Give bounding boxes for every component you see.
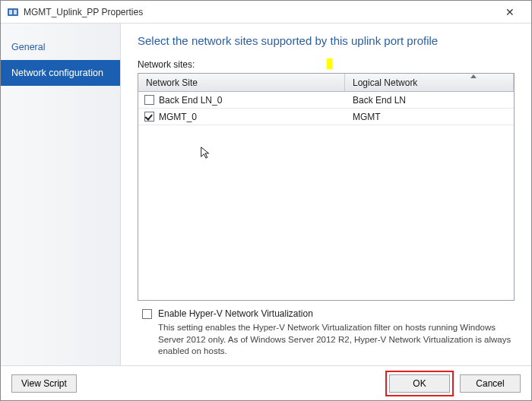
window-title: MGMT_Uplink_PP Properties (24, 7, 495, 17)
network-sites-label: Network sites: (138, 59, 515, 70)
close-icon[interactable]: ✕ (495, 6, 525, 18)
sidebar-item-label: Network configuration (11, 68, 103, 78)
enable-hv-label: Enable Hyper-V Network Virtualization (158, 308, 313, 319)
highlight-mark (327, 58, 332, 69)
ok-highlight: OK (385, 371, 454, 396)
cancel-button[interactable]: Cancel (460, 374, 521, 393)
row-site: MGMT_0 (159, 112, 197, 122)
sort-ascending-icon (470, 74, 477, 78)
row-checkbox[interactable] (144, 112, 154, 122)
view-script-button[interactable]: View Script (11, 374, 77, 393)
sidebar: General Network configuration (1, 24, 121, 365)
grid-header: Network Site Logical Network (138, 74, 514, 92)
sidebar-item-label: General (11, 42, 45, 52)
app-icon (7, 6, 19, 18)
enable-hv-row: Enable Hyper-V Network Virtualization (138, 308, 515, 319)
window-body: General Network configuration Select the… (1, 24, 531, 365)
svg-rect-1 (9, 10, 12, 14)
sidebar-item-general[interactable]: General (1, 34, 120, 60)
mouse-cursor-icon (199, 146, 213, 162)
footer: View Script OK Cancel (1, 365, 531, 400)
enable-hv-description: This setting enables the Hyper-V Network… (158, 322, 515, 358)
row-checkbox[interactable] (144, 95, 154, 105)
column-header-network-site[interactable]: Network Site (138, 74, 345, 91)
properties-window: MGMT_Uplink_PP Properties ✕ General Netw… (0, 0, 532, 401)
svg-rect-2 (14, 10, 17, 14)
page-heading: Select the network sites supported by th… (138, 34, 515, 47)
row-logical: MGMT (345, 112, 514, 122)
ok-button[interactable]: OK (389, 374, 450, 393)
titlebar: MGMT_Uplink_PP Properties ✕ (1, 1, 531, 24)
row-logical: Back End LN (345, 95, 514, 106)
enable-hv-checkbox[interactable] (142, 309, 152, 319)
row-site: Back End LN_0 (159, 95, 222, 106)
grid-body: Back End LN_0 Back End LN MGMT_0 MGMT (138, 92, 514, 125)
main-panel: Select the network sites supported by th… (121, 24, 531, 365)
column-header-logical-network[interactable]: Logical Network (345, 74, 514, 91)
sidebar-item-network-configuration[interactable]: Network configuration (1, 60, 120, 86)
table-row[interactable]: Back End LN_0 Back End LN (138, 92, 514, 109)
network-sites-grid: Network Site Logical Network Back End LN… (138, 73, 515, 301)
table-row[interactable]: MGMT_0 MGMT (138, 109, 514, 125)
